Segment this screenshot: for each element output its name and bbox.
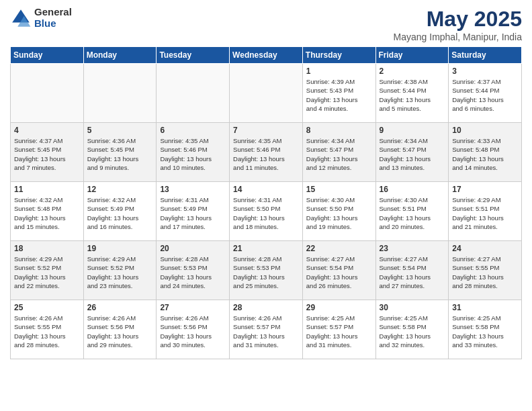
day-detail: Sunrise: 4:35 AMSunset: 5:46 PMDaylight:…: [160, 136, 226, 172]
day-number: 1: [306, 66, 372, 76]
day-number: 19: [87, 244, 153, 253]
week-row-5: 25Sunrise: 4:26 AMSunset: 5:55 PMDayligh…: [11, 300, 522, 359]
day-detail: Sunrise: 4:33 AMSunset: 5:48 PMDaylight:…: [452, 136, 518, 172]
day-detail: Sunrise: 4:31 AMSunset: 5:49 PMDaylight:…: [160, 195, 226, 231]
day-detail: Sunrise: 4:28 AMSunset: 5:53 PMDaylight:…: [160, 255, 226, 290]
day-number: 4: [14, 126, 80, 135]
day-number: 2: [380, 66, 445, 76]
day-detail: Sunrise: 4:26 AMSunset: 5:55 PMDaylight:…: [14, 314, 80, 349]
title-block: May 2025 Mayang Imphal, Manipur, India: [394, 7, 522, 42]
col-thursday: Thursday: [302, 47, 375, 64]
day-cell: 14Sunrise: 4:31 AMSunset: 5:50 PMDayligh…: [230, 182, 303, 241]
day-cell: 2Sunrise: 4:38 AMSunset: 5:44 PMDaylight…: [375, 64, 449, 123]
day-number: 8: [306, 126, 372, 135]
day-detail: Sunrise: 4:27 AMSunset: 5:54 PMDaylight:…: [306, 255, 372, 290]
day-cell: 7Sunrise: 4:35 AMSunset: 5:46 PMDaylight…: [230, 123, 303, 182]
day-number: 3: [452, 66, 518, 76]
day-detail: Sunrise: 4:32 AMSunset: 5:49 PMDaylight:…: [87, 195, 153, 231]
day-detail: Sunrise: 4:27 AMSunset: 5:54 PMDaylight:…: [380, 255, 445, 290]
day-cell: 30Sunrise: 4:25 AMSunset: 5:58 PMDayligh…: [375, 300, 449, 359]
day-number: 27: [160, 303, 226, 312]
day-number: 17: [452, 185, 518, 194]
page: General Blue May 2025 Mayang Imphal, Man…: [0, 0, 532, 411]
day-cell: 11Sunrise: 4:32 AMSunset: 5:48 PMDayligh…: [11, 182, 84, 241]
day-detail: Sunrise: 4:36 AMSunset: 5:45 PMDaylight:…: [87, 136, 153, 172]
day-number: 20: [160, 244, 226, 253]
day-number: 15: [306, 185, 372, 194]
day-cell: [157, 64, 230, 123]
day-number: 7: [233, 126, 299, 135]
day-detail: Sunrise: 4:32 AMSunset: 5:48 PMDaylight:…: [14, 195, 80, 231]
day-number: 11: [14, 185, 80, 194]
day-detail: Sunrise: 4:27 AMSunset: 5:55 PMDaylight:…: [452, 255, 518, 290]
day-cell: 31Sunrise: 4:25 AMSunset: 5:58 PMDayligh…: [449, 300, 522, 359]
week-row-4: 18Sunrise: 4:29 AMSunset: 5:52 PMDayligh…: [11, 241, 522, 300]
day-detail: Sunrise: 4:29 AMSunset: 5:51 PMDaylight:…: [452, 195, 518, 231]
day-detail: Sunrise: 4:25 AMSunset: 5:57 PMDaylight:…: [306, 314, 372, 349]
day-number: 10: [452, 126, 518, 135]
day-cell: 15Sunrise: 4:30 AMSunset: 5:50 PMDayligh…: [302, 182, 375, 241]
day-cell: 13Sunrise: 4:31 AMSunset: 5:49 PMDayligh…: [157, 182, 230, 241]
day-cell: 17Sunrise: 4:29 AMSunset: 5:51 PMDayligh…: [449, 182, 522, 241]
day-cell: 28Sunrise: 4:26 AMSunset: 5:57 PMDayligh…: [230, 300, 303, 359]
day-cell: 23Sunrise: 4:27 AMSunset: 5:54 PMDayligh…: [375, 241, 449, 300]
day-cell: 26Sunrise: 4:26 AMSunset: 5:56 PMDayligh…: [83, 300, 157, 359]
day-detail: Sunrise: 4:35 AMSunset: 5:46 PMDaylight:…: [233, 136, 299, 172]
day-detail: Sunrise: 4:38 AMSunset: 5:44 PMDaylight:…: [380, 77, 445, 113]
day-detail: Sunrise: 4:31 AMSunset: 5:50 PMDaylight:…: [233, 195, 299, 231]
col-wednesday: Wednesday: [230, 47, 303, 64]
day-number: 23: [380, 244, 445, 253]
day-cell: [11, 64, 84, 123]
col-tuesday: Tuesday: [157, 47, 230, 64]
day-number: 6: [160, 126, 226, 135]
day-number: 25: [14, 303, 80, 312]
day-cell: 5Sunrise: 4:36 AMSunset: 5:45 PMDaylight…: [83, 123, 157, 182]
day-cell: 20Sunrise: 4:28 AMSunset: 5:53 PMDayligh…: [157, 241, 230, 300]
day-number: 18: [14, 244, 80, 253]
day-cell: 10Sunrise: 4:33 AMSunset: 5:48 PMDayligh…: [449, 123, 522, 182]
day-number: 31: [452, 303, 518, 312]
day-number: 9: [380, 126, 445, 135]
day-number: 29: [306, 303, 372, 312]
day-detail: Sunrise: 4:30 AMSunset: 5:51 PMDaylight:…: [380, 195, 445, 231]
header: General Blue May 2025 Mayang Imphal, Man…: [10, 7, 522, 42]
day-detail: Sunrise: 4:26 AMSunset: 5:57 PMDaylight:…: [233, 314, 299, 349]
svg-marker-0: [12, 9, 30, 22]
day-number: 16: [380, 185, 445, 194]
day-detail: Sunrise: 4:28 AMSunset: 5:53 PMDaylight:…: [233, 255, 299, 290]
logo-blue-text: Blue: [34, 18, 72, 30]
week-row-1: 1Sunrise: 4:39 AMSunset: 5:43 PMDaylight…: [11, 64, 522, 123]
week-row-2: 4Sunrise: 4:37 AMSunset: 5:45 PMDaylight…: [11, 123, 522, 182]
logo-icon: [10, 7, 32, 29]
day-number: 24: [452, 244, 518, 253]
day-cell: 27Sunrise: 4:26 AMSunset: 5:56 PMDayligh…: [157, 300, 230, 359]
header-row: Sunday Monday Tuesday Wednesday Thursday…: [11, 47, 522, 64]
day-cell: 8Sunrise: 4:34 AMSunset: 5:47 PMDaylight…: [302, 123, 375, 182]
day-number: 21: [233, 244, 299, 253]
day-cell: [230, 64, 303, 123]
day-number: 30: [380, 303, 445, 312]
logo-general-text: General: [34, 7, 72, 18]
day-cell: [83, 64, 157, 123]
day-number: 12: [87, 185, 153, 194]
day-detail: Sunrise: 4:37 AMSunset: 5:44 PMDaylight:…: [452, 77, 518, 113]
day-cell: 1Sunrise: 4:39 AMSunset: 5:43 PMDaylight…: [302, 64, 375, 123]
calendar-table: Sunday Monday Tuesday Wednesday Thursday…: [10, 46, 522, 359]
week-row-3: 11Sunrise: 4:32 AMSunset: 5:48 PMDayligh…: [11, 182, 522, 241]
day-detail: Sunrise: 4:29 AMSunset: 5:52 PMDaylight:…: [87, 255, 153, 290]
day-cell: 29Sunrise: 4:25 AMSunset: 5:57 PMDayligh…: [302, 300, 375, 359]
day-cell: 19Sunrise: 4:29 AMSunset: 5:52 PMDayligh…: [83, 241, 157, 300]
day-cell: 24Sunrise: 4:27 AMSunset: 5:55 PMDayligh…: [449, 241, 522, 300]
day-number: 5: [87, 126, 153, 135]
calendar-subtitle: Mayang Imphal, Manipur, India: [394, 32, 522, 42]
day-cell: 4Sunrise: 4:37 AMSunset: 5:45 PMDaylight…: [11, 123, 84, 182]
day-detail: Sunrise: 4:26 AMSunset: 5:56 PMDaylight:…: [87, 314, 153, 349]
day-detail: Sunrise: 4:34 AMSunset: 5:47 PMDaylight:…: [380, 136, 445, 172]
day-detail: Sunrise: 4:30 AMSunset: 5:50 PMDaylight:…: [306, 195, 372, 231]
day-cell: 3Sunrise: 4:37 AMSunset: 5:44 PMDaylight…: [449, 64, 522, 123]
day-detail: Sunrise: 4:39 AMSunset: 5:43 PMDaylight:…: [306, 77, 372, 113]
day-number: 13: [160, 185, 226, 194]
day-number: 14: [233, 185, 299, 194]
day-detail: Sunrise: 4:26 AMSunset: 5:56 PMDaylight:…: [160, 314, 226, 349]
day-number: 26: [87, 303, 153, 312]
